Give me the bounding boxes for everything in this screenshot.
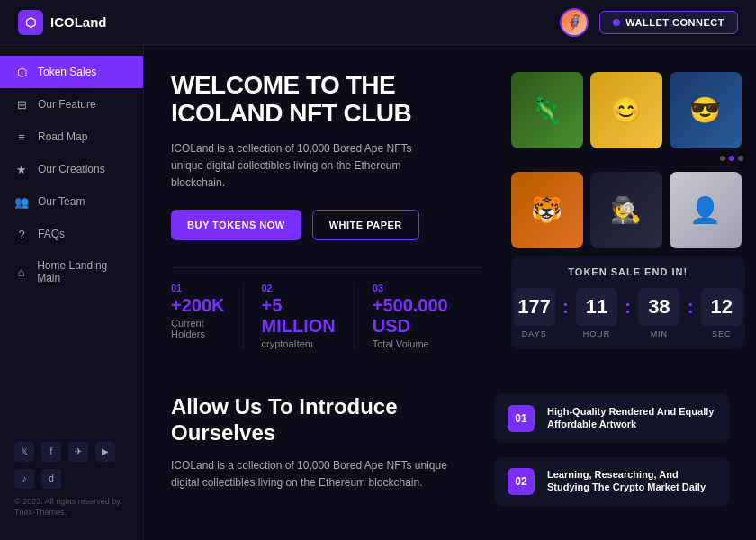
hero-right: 🦎 😊 😎 🐯 [511, 72, 745, 349]
time-block-seconds: 12 SEC [701, 288, 742, 338]
feature-title-2: Learning, Researching, And Studying The … [547, 468, 716, 494]
telegram-icon[interactable]: ✈ [68, 442, 88, 462]
seconds-value: 12 [701, 288, 742, 326]
buy-tokens-button[interactable]: BUY TOKENS NOW [171, 210, 302, 240]
dot-2 [729, 156, 734, 161]
stat-label-1: Current Holders [171, 318, 225, 339]
stat-badge-1: 01 [171, 283, 225, 293]
sidebar-label-our-creations: Our Creations [38, 163, 105, 176]
feature-item-1: 01 High-Quality Rendered And Equally Aff… [495, 394, 729, 443]
logo-label: ICOLand [50, 14, 107, 30]
nft-card-1: 🦎 [511, 72, 583, 148]
nft-grid-top: 🦎 😊 😎 [511, 72, 745, 148]
stat-value-3: +500.000 USD [373, 295, 448, 337]
sidebar-item-our-feature[interactable]: ⊞ Our Feature [0, 88, 143, 121]
youtube-icon[interactable]: ▶ [95, 442, 115, 462]
stat-value-1: +200K [171, 295, 225, 316]
hero-description: ICOLand is a collection of 10,000 Bored … [171, 140, 441, 193]
feature-text-1: High-Quality Rendered And Equally Afford… [547, 405, 716, 431]
sidebar-item-road-map[interactable]: ≡ Road Map [0, 121, 143, 153]
discord-icon[interactable]: d [41, 469, 61, 489]
section2: Allow Us To Introduce Ourselves ICOLand … [144, 367, 756, 538]
nft-card-2: 😊 [590, 72, 662, 148]
feature-item-2: 02 Learning, Researching, And Studying T… [495, 457, 729, 506]
copyright-text: © 2023. All rights reserved by Tnex-Them… [14, 496, 129, 518]
nft-image-6: 👤 [670, 172, 742, 248]
wallet-btn-label: WALLET CONNECT [626, 17, 724, 28]
sidebar: ⬡ Token Sales ⊞ Our Feature ≡ Road Map ★… [0, 45, 144, 540]
avatar: 🦸 [560, 8, 589, 37]
hero-title: WELCOME TO THE ICOLAND NFT CLUB [171, 72, 484, 128]
sidebar-item-our-creations[interactable]: ★ Our Creations [0, 153, 143, 185]
sidebar-label-token-sales: Token Sales [38, 66, 96, 78]
nft-card-4: 🐯 [511, 172, 583, 248]
stat-badge-2: 02 [262, 283, 336, 293]
sidebar-label-faqs: FAQs [38, 228, 65, 240]
days-value: 177 [514, 288, 555, 326]
stat-badge-3: 03 [373, 283, 448, 293]
section2-description: ICOLand is a collection of 10,000 Bored … [171, 457, 468, 491]
dot-3 [738, 156, 743, 161]
sidebar-item-home-landing[interactable]: ⌂ Home Landing Main [0, 250, 143, 293]
feature-text-2: Learning, Researching, And Studying The … [547, 468, 716, 494]
home-landing-icon: ⌂ [14, 265, 28, 279]
nft-image-4: 🐯 [511, 172, 583, 248]
stat-item-3: 03 +500.000 USD Total Volume [373, 283, 466, 349]
time-sep-2: : [623, 295, 633, 319]
hours-value: 11 [576, 288, 617, 326]
our-feature-icon: ⊞ [14, 97, 29, 112]
nft-grid-bottom: 🐯 🕵 👤 [511, 172, 745, 248]
faqs-icon: ? [14, 227, 29, 241]
section2-right: 01 High-Quality Rendered And Equally Aff… [495, 394, 729, 520]
logo-icon: ⬡ [18, 10, 43, 35]
nft-image-5: 🕵 [590, 172, 662, 248]
sidebar-item-token-sales[interactable]: ⬡ Token Sales [0, 56, 143, 88]
sidebar-item-our-team[interactable]: 👥 Our Team [0, 185, 143, 218]
feature-title-1: High-Quality Rendered And Equally Afford… [547, 405, 716, 431]
our-team-icon: 👥 [14, 194, 29, 209]
sidebar-label-our-team: Our Team [38, 195, 85, 208]
nft-image-1: 🦎 [511, 72, 583, 148]
dot-indicator [511, 152, 745, 165]
time-sep-1: : [561, 295, 571, 319]
stats-row: 01 +200K Current Holders 02 +5 MILLION c… [171, 267, 484, 349]
stat-value-2: +5 MILLION [262, 295, 336, 337]
facebook-icon[interactable]: f [41, 442, 61, 462]
countdown-numbers: 177 DAYS : 11 HOUR : 38 MIN : [526, 288, 731, 338]
tiktok-icon[interactable]: ♪ [14, 469, 34, 489]
nav-right: 🦸 WALLET CONNECT [560, 8, 738, 37]
days-label: DAYS [514, 329, 555, 338]
sidebar-label-home-landing: Home Landing Main [37, 259, 129, 284]
sidebar-label-road-map: Road Map [38, 130, 87, 143]
wallet-dot-icon [613, 19, 620, 26]
stat-label-2: cryptoaItem [262, 338, 336, 349]
countdown-box: TOKEN SALE END IN! 177 DAYS : 11 HOUR : [511, 256, 745, 349]
twitter-icon[interactable]: 𝕏 [14, 442, 34, 462]
minutes-value: 38 [638, 288, 680, 326]
wallet-connect-button[interactable]: WALLET CONNECT [599, 11, 738, 34]
sidebar-label-our-feature: Our Feature [38, 98, 96, 111]
hero-section: WELCOME TO THE ICOLAND NFT CLUB ICOLand … [144, 45, 756, 367]
logo: ⬡ ICOLand [18, 10, 107, 35]
hero-buttons: BUY TOKENS NOW WHITE PAPER [171, 210, 484, 240]
sidebar-item-faqs[interactable]: ? FAQs [0, 218, 143, 250]
countdown-title: TOKEN SALE END IN! [526, 266, 731, 277]
section2-title: Allow Us To Introduce Ourselves [171, 394, 468, 446]
stat-item-2: 02 +5 MILLION cryptoaItem [262, 283, 355, 349]
time-block-days: 177 DAYS [514, 288, 555, 338]
dot-1 [720, 156, 725, 161]
time-block-minutes: 38 MIN [638, 288, 680, 338]
hero-left: WELCOME TO THE ICOLAND NFT CLUB ICOLand … [171, 72, 484, 349]
our-creations-icon: ★ [14, 162, 29, 176]
token-sales-icon: ⬡ [14, 65, 29, 79]
nft-card-5: 🕵 [590, 172, 662, 248]
hours-label: HOUR [576, 329, 617, 338]
section2-left: Allow Us To Introduce Ourselves ICOLand … [171, 394, 468, 520]
stat-label-3: Total Volume [373, 338, 448, 349]
feature-num-1: 01 [508, 405, 535, 432]
stat-item-1: 01 +200K Current Holders [171, 283, 244, 349]
nft-image-3: 😎 [670, 72, 742, 148]
seconds-label: SEC [701, 329, 742, 338]
white-paper-button[interactable]: WHITE PAPER [312, 210, 419, 240]
social-icons-row: 𝕏 f ✈ ▶ ♪ d [14, 442, 129, 489]
